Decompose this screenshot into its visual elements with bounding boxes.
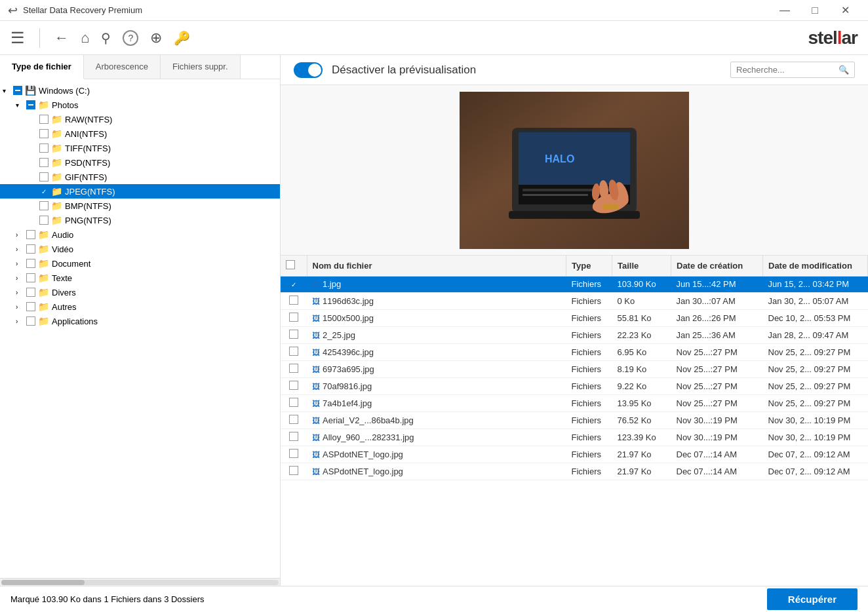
tree-checkbox[interactable] xyxy=(13,86,22,95)
tree-checkbox[interactable] xyxy=(39,216,49,225)
file-row-checkbox[interactable] xyxy=(289,449,298,458)
file-row-checkbox[interactable] xyxy=(289,296,298,305)
tree-checkbox[interactable] xyxy=(26,259,35,268)
tree-horizontal-scrollbar[interactable] xyxy=(0,578,280,586)
file-type-icon: 🖼 xyxy=(312,416,320,425)
tree-item-applications[interactable]: ›📁Applications xyxy=(0,314,280,328)
tree-label: Autres xyxy=(52,302,77,312)
tree-item-windows[interactable]: ▾💾Windows (C:) xyxy=(0,83,280,98)
tree-scroll-track[interactable] xyxy=(1,580,279,585)
folder-icon: 📁 xyxy=(38,244,49,254)
minimize-button[interactable]: — xyxy=(770,0,800,21)
file-row-checkbox[interactable]: ✓ xyxy=(289,280,298,290)
table-row[interactable]: 🖼7a4b1ef4.jpgFichiers13.95 KoNov 25...:2… xyxy=(281,394,868,411)
scan-icon[interactable]: ⚲ xyxy=(101,30,111,46)
search-input[interactable] xyxy=(736,65,835,75)
recover-button[interactable]: Récupérer xyxy=(767,588,858,610)
tree-item-png[interactable]: 📁PNG(NTFS) xyxy=(0,213,280,227)
key-icon[interactable]: 🔑 xyxy=(174,30,190,46)
tree-item-autres[interactable]: ›📁Autres xyxy=(0,299,280,314)
tree-checkbox[interactable] xyxy=(26,100,35,109)
close-button[interactable]: ✕ xyxy=(830,0,860,21)
tree-item-ani[interactable]: 📁ANI(NTFS) xyxy=(0,126,280,141)
table-row[interactable]: 🖼ASPdotNET_logo.jpgFichiers21.97 KoDec 0… xyxy=(281,463,868,480)
file-type: Fichiers xyxy=(566,360,612,377)
tree-checkbox[interactable] xyxy=(39,172,49,182)
table-row[interactable]: 🖼4254396c.jpgFichiers6.95 KoNov 25...:27… xyxy=(281,343,868,360)
table-row[interactable]: 🖼ASPdotNET_logo.jpgFichiers21.97 KoDec 0… xyxy=(281,446,868,463)
right-panel: Désactiver la prévisualisation 🔍 xyxy=(281,55,868,586)
tree-item-document[interactable]: ›📁Document xyxy=(0,256,280,271)
menu-icon[interactable]: ☰ xyxy=(10,29,25,47)
table-row[interactable]: 🖼Aerial_V2_...86ba4b.jpgFichiers76.52 Ko… xyxy=(281,411,868,429)
file-row-checkbox[interactable] xyxy=(289,313,298,322)
file-row-checkbox[interactable] xyxy=(289,381,298,390)
file-created: Nov 25...:27 PM xyxy=(671,377,763,394)
table-row[interactable]: 🖼2_25.jpgFichiers22.23 KoJan 25...:36 AM… xyxy=(281,326,868,343)
back-icon[interactable]: ← xyxy=(54,29,69,47)
file-row-checkbox[interactable] xyxy=(289,330,298,339)
file-row-checkbox[interactable] xyxy=(289,347,298,356)
tab-fichiers-suppr[interactable]: Fichiers suppr. xyxy=(161,55,241,79)
file-name: 🖼ASPdotNET_logo.jpg xyxy=(307,463,566,480)
table-row[interactable]: 🖼1500x500.jpgFichiers55.81 KoJan 26...:2… xyxy=(281,309,868,326)
tree-checkbox[interactable] xyxy=(26,230,35,239)
cart-icon[interactable]: ⊕ xyxy=(150,29,162,47)
tree-item-audio[interactable]: ›📁Audio xyxy=(0,227,280,242)
file-row-checkbox[interactable] xyxy=(289,364,298,373)
file-modified: Nov 25, 2... 09:27 PM xyxy=(763,343,868,360)
chevron-icon: › xyxy=(16,275,26,282)
tree-checkbox[interactable] xyxy=(26,316,35,326)
tree-checkbox[interactable] xyxy=(39,115,49,124)
tree-item-jpeg[interactable]: ✓📁JPEG(NTFS) xyxy=(0,184,280,199)
file-type-icon: 🖼 xyxy=(312,348,320,357)
maximize-button[interactable]: □ xyxy=(800,0,830,21)
tree-item-video[interactable]: ›📁Vidéo xyxy=(0,242,280,256)
tree-item-gif[interactable]: 📁GIF(NTFS) xyxy=(0,170,280,184)
tree-checkbox[interactable] xyxy=(26,288,35,297)
tree-item-photos[interactable]: ▾📁Photos xyxy=(0,98,280,112)
file-modified: Dec 10, 2... 05:53 PM xyxy=(763,309,868,326)
folder-icon: 📁 xyxy=(38,229,49,240)
preview-toggle[interactable] xyxy=(294,62,323,78)
header-checkbox[interactable] xyxy=(286,260,295,269)
file-type: Fichiers xyxy=(566,292,612,309)
tree-label: RAW(NTFS) xyxy=(65,115,112,124)
tree-checkbox[interactable] xyxy=(39,201,49,210)
tree-checkbox[interactable] xyxy=(26,302,35,311)
tree-checkbox[interactable] xyxy=(39,129,49,138)
table-row[interactable]: ✓🖼1.jpgFichiers103.90 KoJun 15...:42 PMJ… xyxy=(281,277,868,293)
tree-item-divers[interactable]: ›📁Divers xyxy=(0,285,280,299)
file-row-checkbox[interactable] xyxy=(289,415,298,424)
tree-checkbox[interactable] xyxy=(26,273,35,282)
chevron-icon: › xyxy=(16,289,26,296)
tree-checkbox[interactable] xyxy=(39,158,49,167)
tree-checkbox[interactable] xyxy=(26,244,35,254)
file-size: 21.97 Ko xyxy=(612,446,671,463)
file-row-checkbox[interactable] xyxy=(289,398,298,407)
tree-item-texte[interactable]: ›📁Texte xyxy=(0,271,280,285)
title-bar-left: ↩ Stellar Data Recovery Premium xyxy=(8,3,142,18)
tree-item-raw[interactable]: 📁RAW(NTFS) xyxy=(0,112,280,126)
folder-icon: 📁 xyxy=(51,201,62,211)
file-row-checkbox[interactable] xyxy=(289,466,298,475)
tree-item-tiff[interactable]: 📁TIFF(NTFS) xyxy=(0,141,280,155)
tree-item-bmp[interactable]: 📁BMP(NTFS) xyxy=(0,199,280,213)
tab-type-fichier[interactable]: Type de fichier xyxy=(0,55,84,79)
home-icon[interactable]: ⌂ xyxy=(81,29,89,47)
tree-label: Divers xyxy=(52,288,76,297)
table-row[interactable]: 🖼70af9816.jpgFichiers9.22 KoNov 25...:27… xyxy=(281,377,868,394)
tree-item-psd[interactable]: 📁PSD(NTFS) xyxy=(0,155,280,170)
file-size: 22.23 Ko xyxy=(612,326,671,343)
tree-checkbox[interactable] xyxy=(39,143,49,153)
table-row[interactable]: 🖼Alloy_960_...282331.jpgFichiers123.39 K… xyxy=(281,429,868,446)
tab-arborescence[interactable]: Arborescence xyxy=(84,55,161,79)
table-row[interactable]: 🖼6973a695.jpgFichiers8.19 KoNov 25...:27… xyxy=(281,360,868,377)
tree-scroll-thumb[interactable] xyxy=(1,580,85,585)
file-modified: Dec 07, 2... 09:12 AM xyxy=(763,463,868,480)
tree-label: ANI(NTFS) xyxy=(65,129,107,139)
table-row[interactable]: 🖼1196d63c.jpgFichiers0 KoJan 30...:07 AM… xyxy=(281,292,868,309)
help-icon[interactable]: ? xyxy=(123,30,138,46)
tree-checkbox[interactable]: ✓ xyxy=(39,187,49,196)
file-row-checkbox[interactable] xyxy=(289,432,298,441)
